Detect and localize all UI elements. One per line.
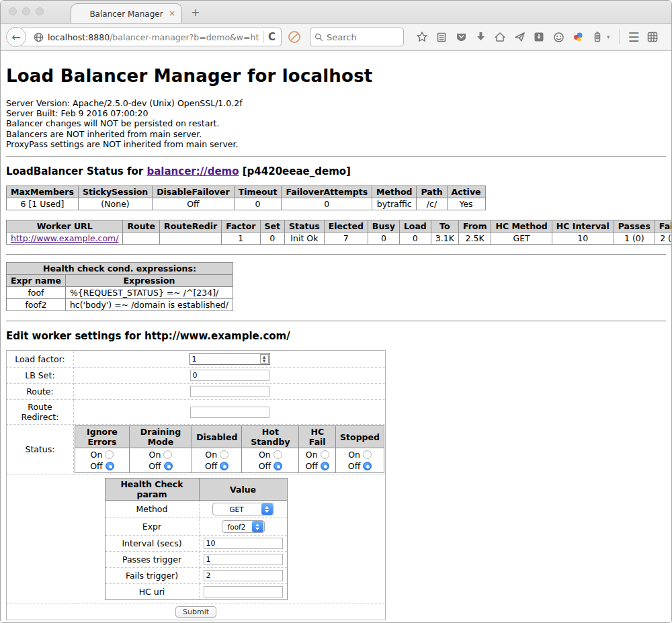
browser-window: Balancer Manager × + ← localhost:8880/ba…: [0, 0, 672, 623]
edit-worker-form: Load factor: 1 ▲▼ LB Set: Route:: [6, 350, 666, 620]
send-tab-icon[interactable]: [513, 31, 526, 43]
menu-icon[interactable]: ☰: [628, 30, 639, 44]
page-title: Load Balancer Manager for localhost: [6, 66, 666, 86]
route-row: Route:: [7, 384, 386, 400]
status-draining-mode-cell: On Off: [129, 448, 192, 473]
tab-title: Balancer Manager: [89, 9, 163, 19]
submit-button[interactable]: Submit: [175, 606, 216, 618]
route-redirect-label: Route Redirect:: [7, 400, 74, 425]
route-label: Route:: [7, 384, 74, 400]
status-label: Status:: [7, 425, 74, 474]
search-input[interactable]: [327, 32, 394, 42]
search-icon: [314, 33, 323, 42]
extension-grid-icon[interactable]: [646, 31, 659, 43]
reload-icon[interactable]: C: [268, 31, 276, 43]
content-blocked-icon[interactable]: [288, 31, 300, 43]
status-hc-fail-cell: On Off: [299, 448, 336, 473]
zoom-window-button[interactable]: [36, 7, 44, 15]
back-button[interactable]: ←: [6, 27, 26, 47]
load-factor-input[interactable]: 1 ▲▼: [190, 353, 270, 365]
hc-uri-label: HC uri: [105, 584, 199, 600]
server-version: Server Version: Apache/2.5.0-dev (Unix) …: [6, 98, 666, 108]
hc-fail-off-radio[interactable]: [321, 462, 329, 470]
fails-label: Fails trigger): [105, 568, 199, 584]
close-window-button[interactable]: [9, 7, 17, 15]
hc-fail-on-radio[interactable]: [321, 450, 329, 459]
expr-table-title: Health check cond. expressions:: [7, 263, 233, 275]
url-bar[interactable]: localhost:8880/balancer-manager?b=demo&w…: [19, 28, 282, 46]
screenshot-icon[interactable]: [533, 31, 545, 43]
load-factor-label: Load factor:: [7, 351, 74, 368]
status-row: Status: Ignore Errors Draining Mode Disa…: [7, 425, 386, 474]
passes-input[interactable]: [204, 554, 283, 565]
number-spinner-icon[interactable]: ▲▼: [260, 354, 269, 364]
reading-list-icon[interactable]: [435, 31, 448, 43]
lb-set-row: LB Set:: [7, 368, 386, 384]
hc-params-row: Health Check param Value Method GET: [7, 474, 386, 604]
lb-set-input[interactable]: [190, 370, 269, 381]
close-tab-icon[interactable]: ×: [169, 9, 175, 18]
method-select[interactable]: GET: [212, 503, 274, 515]
route-redirect-row: Route Redirect:: [7, 400, 386, 425]
toolbar-icons: ▾ ☰: [416, 30, 659, 44]
window-controls[interactable]: [9, 7, 44, 15]
health-check-param-table: Health Check param Value Method GET: [105, 478, 288, 600]
status-hot-standby-cell: On Off: [242, 448, 299, 473]
passes-label: Passes trigger: [105, 552, 199, 568]
hot-standby-off-radio[interactable]: [274, 462, 282, 470]
submit-row: Submit: [7, 604, 386, 620]
new-tab-button[interactable]: +: [189, 6, 202, 19]
divider: [6, 254, 666, 255]
hc-uri-input[interactable]: [204, 586, 283, 597]
tab-balancer-manager[interactable]: Balancer Manager ×: [71, 3, 182, 24]
tab-bar: Balancer Manager × +: [1, 1, 671, 23]
route-input[interactable]: [190, 386, 269, 397]
route-redirect-input[interactable]: [190, 407, 269, 418]
divider: [6, 156, 666, 157]
load-factor-row: Load factor: 1 ▲▼: [7, 351, 386, 368]
draining-mode-off-radio[interactable]: [164, 462, 173, 470]
stopped-on-radio[interactable]: [363, 450, 372, 459]
search-bar[interactable]: [310, 28, 404, 46]
stopped-off-radio[interactable]: [363, 462, 372, 470]
home-icon[interactable]: [494, 31, 506, 43]
bookmark-star-icon[interactable]: [416, 31, 428, 43]
url-host: localhost:8880: [48, 32, 110, 42]
health-check-expressions-table: Health check cond. expressions: Expr nam…: [6, 262, 233, 311]
hot-standby-on-radio[interactable]: [274, 450, 282, 459]
battery-icon[interactable]: [591, 31, 603, 43]
interval-input[interactable]: [204, 538, 283, 549]
downloads-icon[interactable]: [474, 31, 487, 43]
fails-input[interactable]: [204, 570, 283, 581]
notice-persist: Balancer changes will NOT be persisted o…: [6, 118, 666, 128]
page-content: Load Balancer Manager for localhost Serv…: [1, 51, 671, 622]
notice-balancers: Balancers are NOT inherited from main se…: [6, 129, 666, 139]
url-text: localhost:8880/balancer-manager?b=demo&w…: [48, 32, 259, 42]
lb-set-label: LB Set:: [7, 368, 74, 384]
feedback-smiley-icon[interactable]: [552, 31, 564, 43]
expr-row: foof2 hc('body') =~ /domain is establish…: [7, 299, 233, 311]
disabled-off-radio[interactable]: [220, 462, 228, 470]
navigation-toolbar: ← localhost:8880/balancer-manager?b=demo…: [1, 23, 671, 51]
table-row: 6 [1 Used] (None) Off 0 0 bytraffic /c/ …: [7, 198, 486, 210]
hello-icon[interactable]: [572, 31, 584, 43]
worker-status-table: Worker URL Route RouteRedir Factor Set S…: [6, 220, 671, 245]
loadbalancer-status-heading: LoadBalancer Status for balancer://demo …: [6, 165, 666, 177]
overflow-caret-icon[interactable]: ▾: [607, 34, 610, 40]
balancer-demo-link[interactable]: balancer://demo: [146, 165, 239, 177]
select-arrows-icon: [261, 503, 273, 515]
pocket-icon[interactable]: [455, 31, 467, 43]
balancer-status-table: MaxMembers StickySession DisableFailover…: [6, 185, 486, 210]
status-stopped-cell: On Off: [336, 448, 384, 473]
minimize-window-button[interactable]: [22, 7, 30, 15]
expr-select[interactable]: foof2: [222, 520, 265, 533]
worker-url-link[interactable]: http://www.example.com/: [11, 233, 118, 243]
divider: [6, 321, 666, 322]
ignore-errors-on-radio[interactable]: [105, 450, 114, 459]
ignore-errors-off-radio[interactable]: [106, 462, 114, 470]
draining-mode-on-radio[interactable]: [163, 450, 172, 459]
expr-row: foof %{REQUEST_STATUS} =~ /^[234]/: [7, 287, 233, 299]
disabled-on-radio[interactable]: [220, 450, 228, 459]
worker-row: http://www.example.com/ 1 0 Init Ok 7 0 …: [7, 233, 672, 245]
table-header-row: Worker URL Route RouteRedir Factor Set S…: [7, 220, 672, 233]
